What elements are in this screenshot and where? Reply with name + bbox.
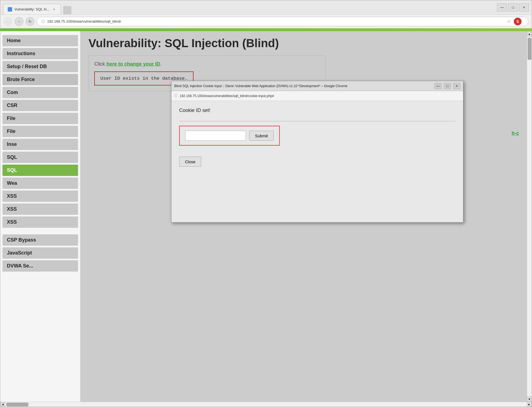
tab-title: Vulnerability: SQL In... [14, 7, 50, 11]
green-bar [0, 28, 532, 31]
popup-info-icon: ⓘ [174, 93, 178, 98]
sidebar-item-xss2[interactable]: XSS [2, 203, 78, 215]
popup-close-button[interactable]: Close [179, 157, 201, 167]
extension-button[interactable]: S [514, 18, 522, 25]
forward-button[interactable]: → [15, 17, 23, 26]
popup-minimize-button[interactable]: — [434, 83, 442, 89]
popup-body: Cookie ID set! Submit Close [171, 101, 463, 222]
bottom-scrollbar: ◄ ► [0, 402, 532, 407]
cookie-id-input[interactable] [185, 131, 246, 141]
scroll-down-button[interactable]: ▼ [527, 396, 532, 402]
popup-submit-button[interactable]: Submit [249, 131, 274, 141]
tab-area: Vulnerability: SQL In... × [3, 0, 71, 14]
scroll-up-button[interactable]: ▲ [527, 31, 532, 37]
scrollbar: ▲ ▼ [527, 31, 532, 402]
scroll-thumb[interactable] [528, 38, 531, 60]
popup-close-window-button[interactable]: × [453, 83, 460, 89]
main-content: Home Instructions Setup / Reset DB Brute… [0, 31, 532, 402]
browser-window: Vulnerability: SQL In... × — □ × ← → ↻ ⓘ… [0, 0, 532, 407]
popup-window: Blind SQL Injection Cookie Input :: Damn… [171, 81, 463, 223]
info-icon: ⓘ [41, 19, 45, 24]
sidebar-item-dvwa-security[interactable]: DVWA Se... [2, 260, 78, 272]
sidebar-item-sqli-blind[interactable]: SQL [2, 165, 78, 176]
sidebar-item-xss3[interactable]: XSS [2, 216, 78, 228]
sidebar-item-csrf[interactable]: CSR [2, 100, 78, 111]
sidebar-item-csp-bypass[interactable]: CSP Bypass [2, 234, 78, 246]
popup-title-text: Blind SQL Injection Cookie Input :: Damn… [174, 84, 432, 88]
bottom-scroll-track [5, 402, 527, 407]
address-input[interactable]: ⓘ 192.168.75.100/dvwa/vulnerabilities/sq… [37, 17, 528, 26]
sidebar-item-setup[interactable]: Setup / Reset DB [2, 61, 78, 72]
popup-titlebar: Blind SQL Injection Cookie Input :: Damn… [171, 81, 463, 91]
tab-close-button[interactable]: × [52, 7, 56, 12]
popup-form-area: Submit [179, 126, 280, 146]
sidebar-item-javascript[interactable]: JavaScript [2, 247, 78, 259]
sidebar-item-com[interactable]: Com [2, 87, 78, 98]
address-actions: ☆ S [505, 18, 524, 25]
scroll-left-button[interactable]: ◄ [0, 402, 5, 407]
scroll-right-button[interactable]: ► [527, 402, 532, 407]
sidebar-section-bruteforce: Brute Force [2, 74, 78, 85]
sidebar: Home Instructions Setup / Reset DB Brute… [0, 31, 80, 402]
cookie-set-text: Cookie ID set! [179, 108, 455, 113]
title-bar: Vulnerability: SQL In... × — □ × [0, 0, 532, 15]
new-tab-button[interactable] [63, 6, 71, 14]
url-text: 192.168.75.100/dvwa/vulnerabilities/sqli… [47, 19, 121, 23]
page-content: Vulnerability: SQL Injection (Blind) Cli… [80, 31, 527, 402]
active-tab[interactable]: Vulnerability: SQL In... × [3, 4, 61, 14]
address-bar: ← → ↻ ⓘ 192.168.75.100/dvwa/vulnerabilit… [0, 15, 532, 28]
sidebar-item-wea[interactable]: Wea [2, 178, 78, 189]
close-window-button[interactable]: × [519, 3, 529, 12]
sidebar-item-home[interactable]: Home [2, 35, 78, 46]
minimize-button[interactable]: — [497, 3, 507, 12]
scroll-track [527, 37, 532, 396]
bookmark-button[interactable]: ☆ [505, 18, 513, 25]
bottom-scroll-thumb[interactable] [6, 403, 28, 406]
sidebar-item-file2[interactable]: File [2, 126, 78, 137]
sidebar-item-xss1[interactable]: XSS [2, 191, 78, 202]
sidebar-item-inse[interactable]: Inse [2, 139, 78, 150]
popup-maximize-button[interactable]: □ [444, 83, 451, 89]
sidebar-item-file1[interactable]: File [2, 113, 78, 124]
window-controls: — □ × [497, 3, 529, 12]
popup-overlay: Blind SQL Injection Cookie Input :: Damn… [80, 31, 527, 402]
sidebar-item-sql[interactable]: SQL [2, 152, 78, 163]
sidebar-item-instructions[interactable]: Instructions [2, 48, 78, 59]
popup-address-bar: ⓘ 192.168.75.100/dvwa/vulnerabilities/sq… [171, 91, 463, 101]
back-button[interactable]: ← [4, 17, 12, 26]
popup-divider [179, 121, 455, 121]
reload-button[interactable]: ↻ [26, 17, 34, 26]
popup-url-text: 192.168.75.100/dvwa/vulnerabilities/sqli… [180, 94, 274, 98]
tab-favicon [8, 7, 12, 12]
maximize-button[interactable]: □ [508, 3, 518, 12]
